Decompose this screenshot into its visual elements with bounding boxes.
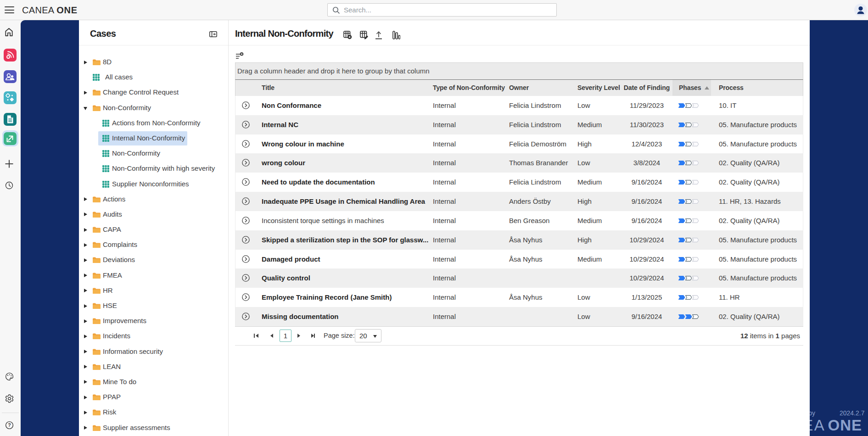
svg-text:?: ?: [8, 422, 11, 428]
